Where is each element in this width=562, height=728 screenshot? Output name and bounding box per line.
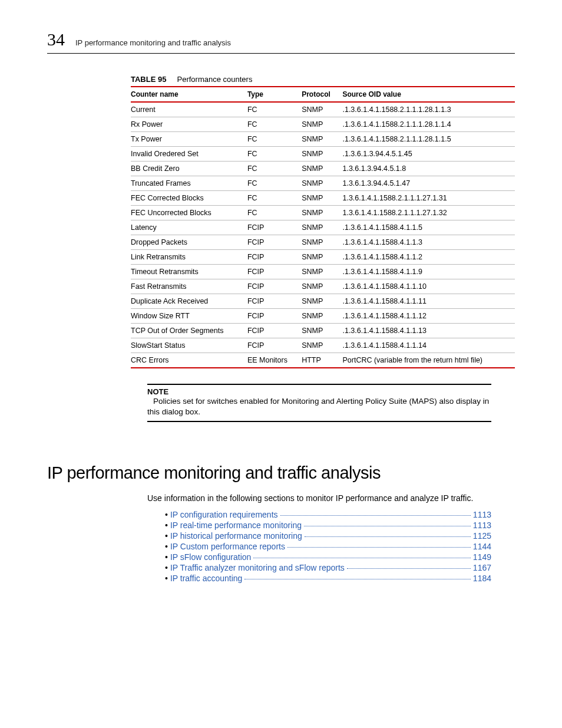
note-block: NOTE Policies set for switches enabled f… <box>147 384 491 422</box>
table-cell: Dropped Packets <box>131 235 247 250</box>
toc-item: •IP real-time performance monitoring1113 <box>165 521 491 530</box>
table-cell: FCIP <box>247 338 302 353</box>
table-cell: Window Size RTT <box>131 309 247 324</box>
table-cell: Latency <box>131 220 247 235</box>
table-row: Timeout RetransmitsFCIPSNMP.1.3.6.1.4.1.… <box>131 265 515 279</box>
table-cell: Rx Power <box>131 117 247 132</box>
toc-page[interactable]: 1149 <box>473 552 491 562</box>
table-cell: 1.3.6.1.3.94.4.5.1.8 <box>342 162 515 176</box>
table-label: TABLE 95 <box>131 75 166 84</box>
bullet-icon: • <box>165 574 168 583</box>
table-cell: FCIP <box>247 294 302 309</box>
chapter-number: 34 <box>47 29 65 50</box>
toc-page[interactable]: 1113 <box>473 510 491 519</box>
toc-page[interactable]: 1125 <box>473 531 491 541</box>
table-row: CRC ErrorsEE MonitorsHTTPPortCRC (variab… <box>131 353 515 368</box>
table-cell: FCIP <box>247 309 302 324</box>
table-cell: FC <box>247 191 302 206</box>
table-row: Window Size RTTFCIPSNMP.1.3.6.1.4.1.1588… <box>131 309 515 324</box>
toc-item: •IP traffic accounting1184 <box>165 574 491 583</box>
table-row: Invalid Oredered SetFCSNMP.1.3.6.1.3.94.… <box>131 147 515 162</box>
page-header: 34 IP performance monitoring and traffic… <box>47 29 515 54</box>
toc-page[interactable]: 1113 <box>473 521 491 530</box>
toc-link[interactable]: IP sFlow configuration <box>170 552 251 562</box>
toc-link[interactable]: IP historical performance monitoring <box>170 531 302 541</box>
table-cell: SNMP <box>302 206 342 220</box>
bullet-icon: • <box>165 510 168 519</box>
table-cell: FC <box>247 102 302 117</box>
table-row: Truncated FramesFCSNMP1.3.6.1.3.94.4.5.1… <box>131 176 515 191</box>
table-cell: SNMP <box>302 338 342 353</box>
table-cell: EE Monitors <box>247 353 302 368</box>
table-row: Dropped PacketsFCIPSNMP.1.3.6.1.4.1.1588… <box>131 235 515 250</box>
table-cell: .1.3.6.1.4.1.1588.2.1.1.1.28.1.1.4 <box>342 117 515 132</box>
toc-leader <box>304 526 471 526</box>
table-cell: .1.3.6.1.4.1.1588.4.1.1.2 <box>342 250 515 265</box>
table-cell: .1.3.6.1.4.1.1588.4.1.1.13 <box>342 324 515 338</box>
table-cell: SNMP <box>302 265 342 279</box>
table-cell: BB Credit Zero <box>131 162 247 176</box>
toc-page[interactable]: 1184 <box>473 574 491 583</box>
toc-item: •IP Custom performance reports1144 <box>165 542 491 551</box>
col-type: Type <box>247 87 302 102</box>
toc-item: •IP Traffic analyzer monitoring and sFlo… <box>165 563 491 572</box>
bullet-icon: • <box>165 552 168 562</box>
table-title: Performance counters <box>177 75 253 84</box>
bullet-icon: • <box>165 563 168 572</box>
table-cell: FCIP <box>247 235 302 250</box>
table-cell: FC <box>247 117 302 132</box>
table-cell: SNMP <box>302 117 342 132</box>
toc-link[interactable]: IP traffic accounting <box>170 574 242 583</box>
section-intro: Use information in the following section… <box>147 493 515 503</box>
toc-page[interactable]: 1167 <box>473 563 491 572</box>
table-row: Rx PowerFCSNMP.1.3.6.1.4.1.1588.2.1.1.1.… <box>131 117 515 132</box>
table-row: SlowStart StatusFCIPSNMP.1.3.6.1.4.1.158… <box>131 338 515 353</box>
table-caption: TABLE 95 Performance counters <box>131 75 515 84</box>
table-cell: SNMP <box>302 102 342 117</box>
table-row: BB Credit ZeroFCSNMP1.3.6.1.3.94.4.5.1.8 <box>131 162 515 176</box>
table-cell: SNMP <box>302 191 342 206</box>
table-row: CurrentFCSNMP.1.3.6.1.4.1.1588.2.1.1.1.2… <box>131 102 515 117</box>
toc-leader <box>287 547 471 548</box>
table-cell: FC <box>247 132 302 147</box>
table-cell: TCP Out of Order Segments <box>131 324 247 338</box>
toc-link[interactable]: IP configuration requirements <box>170 510 278 519</box>
performance-counters-block: TABLE 95 Performance counters Counter na… <box>131 75 515 368</box>
note-heading: NOTE <box>147 387 491 396</box>
bullet-icon: • <box>165 531 168 541</box>
toc-leader <box>280 515 471 516</box>
table-cell: Timeout Retransmits <box>131 265 247 279</box>
table-row: FEC Uncorrected BlocksFCSNMP1.3.6.1.4.1.… <box>131 206 515 220</box>
col-protocol: Protocol <box>302 87 342 102</box>
table-cell: FCIP <box>247 324 302 338</box>
section-heading: IP performance monitoring and traffic an… <box>47 463 515 483</box>
toc-link[interactable]: IP real-time performance monitoring <box>170 521 302 530</box>
table-cell: SlowStart Status <box>131 338 247 353</box>
table-row: Link RetransmitsFCIPSNMP.1.3.6.1.4.1.158… <box>131 250 515 265</box>
table-cell: .1.3.6.1.3.94.4.5.1.45 <box>342 147 515 162</box>
table-cell: FCIP <box>247 250 302 265</box>
bullet-icon: • <box>165 521 168 530</box>
toc-leader <box>347 568 471 569</box>
table-cell: CRC Errors <box>131 353 247 368</box>
table-cell: .1.3.6.1.4.1.1588.4.1.1.3 <box>342 235 515 250</box>
toc-link[interactable]: IP Traffic analyzer monitoring and sFlow… <box>170 563 345 572</box>
bullet-icon: • <box>165 542 168 551</box>
table-cell: 1.3.6.1.4.1.1588.2.1.1.1.27.1.32 <box>342 206 515 220</box>
table-cell: SNMP <box>302 294 342 309</box>
table-cell: SNMP <box>302 162 342 176</box>
table-cell: 1.3.6.1.3.94.4.5.1.47 <box>342 176 515 191</box>
table-row: Fast RetransmitsFCIPSNMP.1.3.6.1.4.1.158… <box>131 279 515 294</box>
table-cell: SNMP <box>302 220 342 235</box>
toc-item: •IP sFlow configuration1149 <box>165 552 491 562</box>
toc-page[interactable]: 1144 <box>473 542 491 551</box>
table-cell: Tx Power <box>131 132 247 147</box>
table-cell: PortCRC (variable from the return html f… <box>342 353 515 368</box>
table-row: Tx PowerFCSNMP.1.3.6.1.4.1.1588.2.1.1.1.… <box>131 132 515 147</box>
toc-item: •IP configuration requirements1113 <box>165 510 491 519</box>
toc-link[interactable]: IP Custom performance reports <box>170 542 285 551</box>
table-cell: Invalid Oredered Set <box>131 147 247 162</box>
table-cell: FCIP <box>247 279 302 294</box>
table-cell: .1.3.6.1.4.1.1588.4.1.1.10 <box>342 279 515 294</box>
col-counter-name: Counter name <box>131 87 247 102</box>
